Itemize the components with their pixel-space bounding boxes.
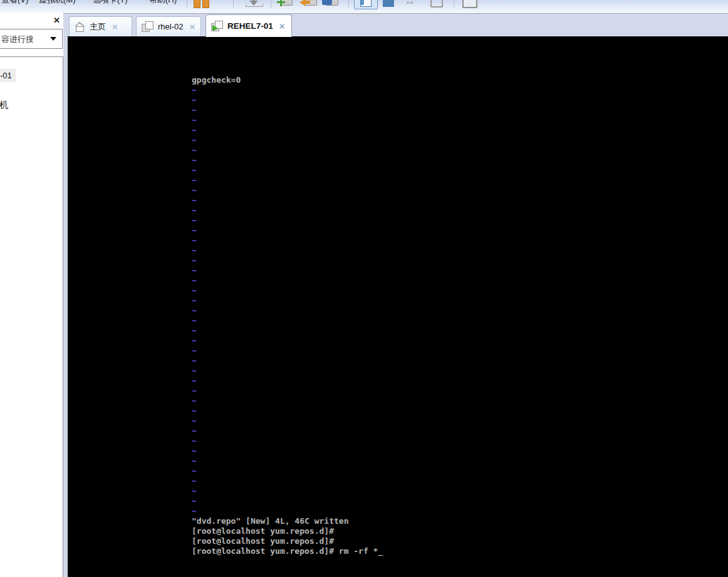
snapshot-plus-icon bbox=[277, 0, 285, 6]
tab-rehel7-01[interactable]: REHEL7-01 × bbox=[205, 14, 292, 37]
list-item-label: 机 bbox=[0, 100, 8, 110]
tab-bar: 主页 × rhel-02 × REHEL7-01 × bbox=[63, 13, 728, 36]
tab-close-button[interactable]: × bbox=[189, 22, 195, 31]
panel-gap bbox=[63, 36, 68, 577]
thumbnail-bar-toggle[interactable] bbox=[383, 0, 394, 7]
console-line: ~ bbox=[192, 386, 383, 396]
home-icon bbox=[75, 22, 85, 31]
tab-rhel-02[interactable]: rhel-02 × bbox=[136, 16, 201, 36]
console-line: ~ bbox=[192, 125, 383, 135]
vm-search-combo[interactable]: 容进行搜 bbox=[0, 29, 63, 49]
console-line: ~ bbox=[192, 436, 383, 446]
console-line: ~ bbox=[192, 406, 383, 416]
fit-window-icon[interactable] bbox=[430, 0, 443, 8]
vm-console[interactable]: gpgcheck=0~~~~~~~~~~~~~~~~~~~~~~~~~~~~~~… bbox=[68, 36, 728, 577]
library-panel-toggle[interactable] bbox=[354, 0, 378, 9]
menu-vm[interactable]: 虚拟机(M) bbox=[39, 0, 76, 6]
console-line: ~ bbox=[192, 236, 383, 246]
tab-close-button[interactable]: × bbox=[279, 21, 285, 31]
console-line: ~ bbox=[192, 185, 383, 195]
tab-home[interactable]: 主页 × bbox=[69, 16, 132, 36]
toolbar-separator bbox=[454, 0, 454, 8]
toolbar: 查看(V) 虚拟机(M) 选项卡(T) 帮助(H) ↔ bbox=[0, 0, 728, 13]
list-item-label: -01 bbox=[0, 69, 16, 82]
console-line: ~ bbox=[192, 266, 383, 276]
sidebar-close-button[interactable]: ✕ bbox=[53, 16, 60, 25]
console-line: ~ bbox=[192, 286, 383, 296]
list-item-vm[interactable]: 机 bbox=[0, 100, 8, 111]
console-line: ~ bbox=[192, 145, 383, 155]
library-panel-icon bbox=[360, 0, 372, 7]
console-line: ~ bbox=[192, 486, 383, 496]
console-line: ~ bbox=[192, 336, 383, 346]
console-line: ~ bbox=[192, 426, 383, 436]
console-line: ~ bbox=[192, 446, 383, 456]
console-line: ~ bbox=[192, 416, 383, 426]
suspend-icon[interactable] bbox=[202, 0, 209, 8]
menu-view[interactable]: 查看(V) bbox=[1, 0, 28, 6]
console-line: ~ bbox=[192, 95, 383, 105]
console-line: ~ bbox=[192, 396, 383, 406]
console-line: ~ bbox=[192, 205, 383, 216]
tab-close-button[interactable]: × bbox=[112, 22, 118, 31]
menu-tabs[interactable]: 选项卡(T) bbox=[93, 0, 128, 6]
tab-label: 主页 bbox=[90, 21, 106, 33]
console-line: [root@localhost yum.repos.d]# rm -rf *_ bbox=[192, 546, 383, 556]
console-line: ~ bbox=[192, 256, 383, 266]
vm-running-icon bbox=[211, 21, 223, 31]
suspend-icon[interactable] bbox=[194, 0, 200, 8]
console-line: "dvd.repo" [New] 4L, 46C written bbox=[192, 516, 383, 526]
chevron-down-icon[interactable] bbox=[50, 37, 56, 41]
send-ctrl-alt-del-icon[interactable] bbox=[246, 0, 262, 7]
console-line: ~ bbox=[192, 496, 383, 506]
fullscreen-icon[interactable] bbox=[462, 0, 477, 8]
console-line: ~ bbox=[192, 376, 383, 386]
console-line: ~ bbox=[192, 316, 383, 326]
console-line: ~ bbox=[192, 105, 383, 115]
console-line: ~ bbox=[192, 85, 383, 95]
toolbar-separator bbox=[271, 0, 271, 8]
console-line: ~ bbox=[192, 195, 383, 205]
console-line: ~ bbox=[192, 165, 383, 175]
console-line: ~ bbox=[192, 306, 383, 316]
vm-library-list: -01 机 bbox=[0, 56, 63, 577]
tab-label: REHEL7-01 bbox=[227, 21, 273, 31]
console-line: ~ bbox=[192, 456, 383, 466]
console-line: ~ bbox=[192, 356, 383, 366]
console-line: ~ bbox=[192, 506, 383, 516]
console-line: ~ bbox=[192, 246, 383, 256]
console-line: ~ bbox=[192, 175, 383, 185]
console-line: ~ bbox=[192, 216, 383, 226]
console-line: ~ bbox=[192, 226, 383, 236]
console-line: [root@localhost yum.repos.d]# bbox=[192, 526, 383, 536]
menu-help[interactable]: 帮助(H) bbox=[149, 0, 177, 6]
console-line: ~ bbox=[192, 346, 383, 356]
console-line: ~ bbox=[192, 466, 383, 476]
play-badge-icon bbox=[212, 25, 218, 31]
console-line: ~ bbox=[192, 476, 383, 486]
console-line: gpgcheck=0 bbox=[192, 75, 383, 85]
console-line: ~ bbox=[192, 135, 383, 145]
toolbar-separator bbox=[348, 0, 349, 8]
search-input[interactable]: 容进行搜 bbox=[1, 34, 34, 45]
snapshot-manager-badge bbox=[322, 0, 332, 5]
vmware-workstation-window: 查看(V) 虚拟机(M) 选项卡(T) 帮助(H) ↔ ✕ 容进行搜 bbox=[0, 0, 728, 577]
console-line: ~ bbox=[192, 326, 383, 336]
library-sidebar: ✕ 容进行搜 -01 机 bbox=[0, 13, 63, 577]
console-line: ~ bbox=[192, 296, 383, 306]
vm-icon bbox=[142, 21, 153, 32]
tab-label: rhel-02 bbox=[158, 22, 183, 31]
console-line: [root@localhost yum.repos.d]# bbox=[192, 536, 383, 546]
revert-arrow-tail bbox=[305, 1, 310, 4]
console-line: ~ bbox=[192, 276, 383, 286]
list-item-vm-selected[interactable]: -01 bbox=[0, 71, 16, 80]
console-screen: gpgcheck=0~~~~~~~~~~~~~~~~~~~~~~~~~~~~~~… bbox=[192, 36, 383, 556]
console-line: ~ bbox=[192, 155, 383, 165]
toolbar-separator bbox=[233, 0, 234, 8]
console-line: ~ bbox=[192, 366, 383, 376]
fit-guest-icon[interactable]: ↔ bbox=[405, 0, 415, 8]
console-line: ~ bbox=[192, 115, 383, 125]
toolbar-separator bbox=[187, 0, 187, 8]
